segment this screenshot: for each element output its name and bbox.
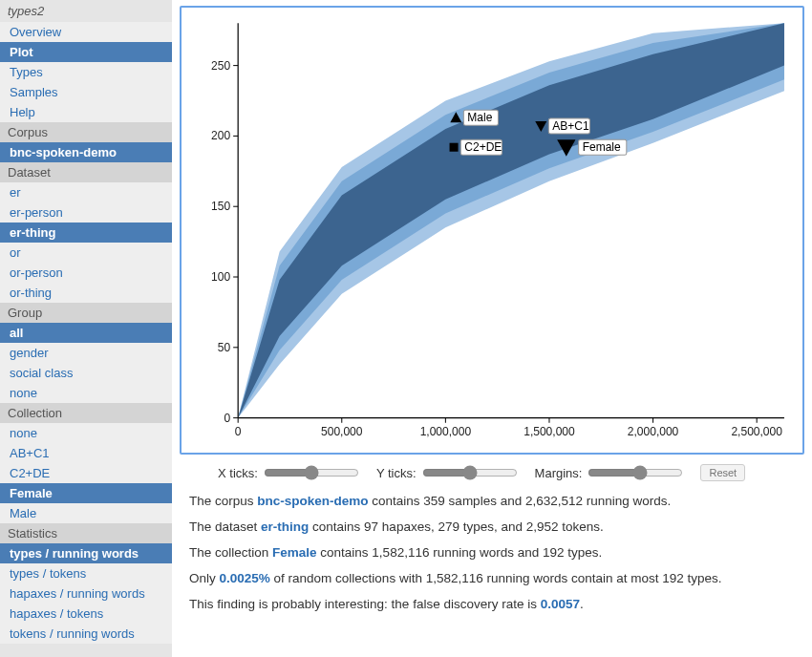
statistics-item[interactable]: tokens / running words	[0, 624, 172, 644]
chart-controls: X ticks: Y ticks: Margins: Reset	[180, 455, 804, 485]
xticks-label: X ticks:	[218, 466, 258, 480]
fdr-link[interactable]: 0.0057	[541, 597, 580, 611]
app-title: types2	[0, 0, 172, 22]
summary-line-random: Only 0.0025% of random collections with …	[189, 570, 795, 588]
dataset-item[interactable]: er-person	[0, 202, 172, 223]
group-item[interactable]: all	[0, 323, 172, 343]
y-tick-label: 150	[211, 200, 230, 213]
dataset-header: Dataset	[0, 162, 172, 182]
summary: The corpus bnc-spoken-demo contains 359 …	[180, 485, 804, 613]
marker-label: C2+DE	[464, 140, 502, 154]
main-panel: 0500,0001,000,0001,500,0002,000,0002,500…	[172, 0, 812, 657]
dataset-item[interactable]: or-thing	[0, 283, 172, 303]
group-item[interactable]: none	[0, 383, 172, 403]
dataset-item[interactable]: or-person	[0, 263, 172, 283]
collection-item[interactable]: AB+C1	[0, 443, 172, 463]
yticks-slider[interactable]	[422, 465, 518, 480]
reset-button[interactable]: Reset	[700, 464, 745, 481]
x-tick-label: 0	[235, 425, 242, 438]
dataset-item[interactable]: er-thing	[0, 223, 172, 243]
yticks-label: Y ticks:	[376, 466, 417, 480]
y-tick-label: 250	[211, 59, 230, 73]
collection-item[interactable]: Male	[0, 503, 172, 523]
nav-item[interactable]: Samples	[0, 82, 172, 102]
statistics-item[interactable]: types / running words	[0, 543, 172, 563]
statistics-header: Statistics	[0, 523, 172, 543]
corpus-item[interactable]: bnc-spoken-demo	[0, 142, 172, 162]
nav-item[interactable]: Help	[0, 102, 172, 122]
nav-item[interactable]: Overview	[0, 22, 172, 42]
margins-label: Margins:	[535, 466, 583, 480]
summary-line-collection: The collection Female contains 1,582,116…	[189, 544, 795, 562]
group-header: Group	[0, 303, 172, 323]
group-item[interactable]: gender	[0, 343, 172, 363]
x-tick-label: 2,000,000	[628, 425, 679, 438]
xticks-slider[interactable]	[264, 465, 359, 480]
summary-line-dataset: The dataset er-thing contains 97 hapaxes…	[189, 519, 795, 537]
marker-label: Female	[583, 140, 621, 154]
y-tick-label: 0	[224, 412, 230, 425]
collection-link[interactable]: Female	[272, 545, 317, 560]
y-tick-label: 100	[211, 270, 230, 284]
dataset-item[interactable]: or	[0, 243, 172, 263]
chart: 0500,0001,000,0001,500,0002,000,0002,500…	[185, 11, 799, 449]
corpus-link[interactable]: bnc-spoken-demo	[257, 494, 368, 508]
chart-container: 0500,0001,000,0001,500,0002,000,0002,500…	[180, 6, 804, 455]
y-tick-label: 200	[211, 129, 230, 142]
x-tick-label: 1,000,000	[420, 425, 472, 438]
summary-line-corpus: The corpus bnc-spoken-demo contains 359 …	[189, 493, 795, 511]
corpus-header: Corpus	[0, 122, 172, 142]
margins-control: Margins:	[535, 465, 684, 480]
collection-item[interactable]: C2+DE	[0, 463, 172, 483]
statistics-item[interactable]: hapaxes / tokens	[0, 604, 172, 624]
xticks-control: X ticks:	[218, 465, 359, 480]
collection-item[interactable]: Female	[0, 483, 172, 503]
dataset-link[interactable]: er-thing	[261, 519, 309, 534]
group-item[interactable]: social class	[0, 363, 172, 383]
x-tick-label: 2,500,000	[731, 425, 782, 438]
pvalue-link[interactable]: 0.0025%	[220, 571, 270, 585]
nav-item[interactable]: Plot	[0, 42, 172, 62]
nav-item[interactable]: Types	[0, 62, 172, 82]
x-tick-label: 500,000	[321, 425, 363, 438]
statistics-item[interactable]: hapaxes / running words	[0, 583, 172, 604]
marker-label: AB+C1	[552, 119, 589, 133]
summary-line-fdr: This finding is probably interesting: th…	[189, 596, 795, 614]
dataset-item[interactable]: er	[0, 182, 172, 202]
margins-slider[interactable]	[588, 465, 683, 480]
yticks-control: Y ticks:	[376, 465, 518, 480]
collection-item[interactable]: none	[0, 423, 172, 443]
sidebar: types2 OverviewPlotTypesSamplesHelpCorpu…	[0, 0, 172, 657]
x-tick-label: 1,500,000	[524, 425, 575, 438]
marker	[450, 143, 459, 152]
collection-header: Collection	[0, 403, 172, 423]
marker-label: Male	[467, 111, 492, 124]
statistics-item[interactable]: types / tokens	[0, 563, 172, 583]
y-tick-label: 50	[218, 341, 231, 354]
